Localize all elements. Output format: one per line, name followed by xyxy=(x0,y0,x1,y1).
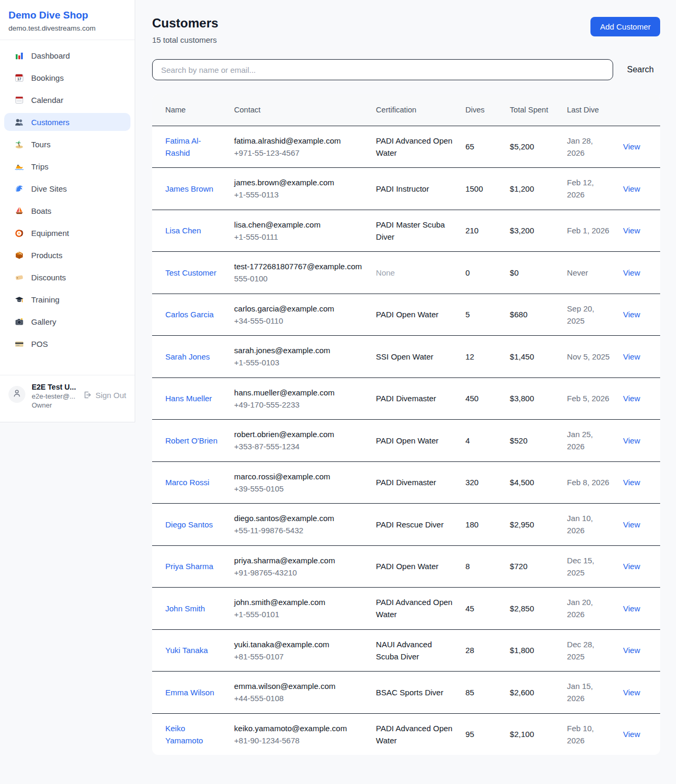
customer-name-link[interactable]: Test Customer xyxy=(165,268,217,277)
customer-name-link[interactable]: John Smith xyxy=(165,604,205,613)
customer-name-link[interactable]: Lisa Chen xyxy=(165,226,201,235)
view-link[interactable]: View xyxy=(623,604,640,613)
view-link[interactable]: View xyxy=(623,478,640,487)
sidebar-item-equipment[interactable]: Equipment xyxy=(4,224,130,242)
search-row: Search xyxy=(152,59,660,80)
user-info: E2E Test U... e2e-tester@... Owner xyxy=(32,383,76,409)
dives-cell: 1500 xyxy=(465,184,483,193)
sidebar-item-label: Equipment xyxy=(31,229,69,238)
dives-cell: 12 xyxy=(465,352,474,361)
customer-name-link[interactable]: James Brown xyxy=(165,184,213,193)
customer-name-link[interactable]: Sarah Jones xyxy=(165,352,210,361)
sidebar-item-gallery[interactable]: Gallery xyxy=(4,313,130,330)
customer-email: emma.wilson@example.com xyxy=(234,680,365,692)
customer-name-link[interactable]: Emma Wilson xyxy=(165,688,214,697)
sidebar-item-training[interactable]: Training xyxy=(4,290,130,308)
view-link[interactable]: View xyxy=(623,184,640,193)
customer-name-link[interactable]: Yuki Tanaka xyxy=(165,646,208,655)
view-link[interactable]: View xyxy=(623,646,640,655)
view-link[interactable]: View xyxy=(623,520,640,529)
sidebar-item-trips[interactable]: Trips xyxy=(4,157,130,175)
customer-phone: +81-90-1234-5678 xyxy=(234,734,365,747)
graduation-cap-icon xyxy=(14,294,24,305)
sidebar-item-pos[interactable]: POS xyxy=(4,335,130,353)
sidebar-item-label: Discounts xyxy=(31,273,66,282)
certification-cell: PADI Rescue Diver xyxy=(376,520,444,529)
avatar xyxy=(8,386,25,403)
sidebar-item-boats[interactable]: Boats xyxy=(4,202,130,220)
column-header-last-dive: Last Dive xyxy=(562,94,618,126)
customer-phone: +55-11-99876-5432 xyxy=(234,524,365,536)
view-link[interactable]: View xyxy=(623,226,640,235)
total-spent-cell: $4,500 xyxy=(510,478,534,487)
view-link[interactable]: View xyxy=(623,352,640,361)
sidebar-item-products[interactable]: Products xyxy=(4,246,130,264)
add-customer-button[interactable]: Add Customer xyxy=(590,17,660,36)
bar-chart-icon xyxy=(14,50,24,61)
shop-domain: demo.test.divestreams.com xyxy=(8,24,126,32)
sidebar-item-label: POS xyxy=(31,339,48,348)
view-link[interactable]: View xyxy=(623,310,640,319)
user-name: E2E Test U... xyxy=(32,383,76,391)
total-spent-cell: $2,100 xyxy=(510,730,534,739)
view-link[interactable]: View xyxy=(623,394,640,403)
sign-out-button[interactable]: Sign Out xyxy=(82,390,126,400)
sidebar-item-bookings[interactable]: 17 Bookings xyxy=(4,69,130,87)
last-dive-cell: Never xyxy=(567,268,588,277)
search-input[interactable] xyxy=(152,59,613,80)
sidebar-item-dashboard[interactable]: Dashboard xyxy=(4,46,130,64)
view-link[interactable]: View xyxy=(623,562,640,571)
view-link[interactable]: View xyxy=(623,142,640,151)
total-spent-cell: $3,200 xyxy=(510,226,534,235)
shop-header: Demo Dive Shop demo.test.divestreams.com xyxy=(0,0,135,40)
total-spent-cell: $720 xyxy=(510,562,527,571)
sidebar-item-label: Bookings xyxy=(31,73,64,82)
sidebar-item-label: Gallery xyxy=(31,317,57,326)
customer-name-link[interactable]: Keiko Yamamoto xyxy=(165,724,203,745)
last-dive-cell: Feb 10, 2026 xyxy=(567,724,594,745)
sign-out-label: Sign Out xyxy=(96,391,126,400)
table-row: Diego Santos diego.santos@example.com +5… xyxy=(152,504,660,546)
certification-cell: PADI Open Water xyxy=(376,436,438,445)
customer-name-link[interactable]: Diego Santos xyxy=(165,520,213,529)
certification-cell: PADI Master Scuba Diver xyxy=(376,220,445,241)
sidebar-item-calendar[interactable]: Calendar xyxy=(4,91,130,109)
dives-cell: 450 xyxy=(465,394,478,403)
view-link[interactable]: View xyxy=(623,268,640,277)
sidebar-item-customers[interactable]: Customers xyxy=(4,113,130,131)
customers-table: Name Contact Certification Dives Total S… xyxy=(152,94,660,755)
certification-cell: PADI Instructor xyxy=(376,184,429,193)
last-dive-cell: Feb 1, 2026 xyxy=(567,226,609,235)
customer-name-link[interactable]: Priya Sharma xyxy=(165,562,213,571)
view-link[interactable]: View xyxy=(623,688,640,697)
table-row: Lisa Chen lisa.chen@example.com +1-555-0… xyxy=(152,210,660,252)
search-button[interactable]: Search xyxy=(621,61,660,79)
dives-cell: 8 xyxy=(465,562,470,571)
last-dive-cell: Feb 5, 2026 xyxy=(567,394,609,403)
main-content: Customers 15 total customers Add Custome… xyxy=(135,0,676,768)
sidebar-item-tours[interactable]: Tours xyxy=(4,135,130,153)
customer-name-link[interactable]: Robert O'Brien xyxy=(165,436,218,445)
total-spent-cell: $2,950 xyxy=(510,520,534,529)
view-link[interactable]: View xyxy=(623,436,640,445)
customer-name-link[interactable]: Fatima Al-Rashid xyxy=(165,136,201,157)
sidebar-item-label: Products xyxy=(31,251,62,260)
column-header-total-spent: Total Spent xyxy=(504,94,561,126)
sidebar-item-dive-sites[interactable]: Dive Sites xyxy=(4,180,130,197)
sailboat-icon xyxy=(14,205,24,216)
total-spent-cell: $520 xyxy=(510,436,527,445)
customer-email: john.smith@example.com xyxy=(234,596,365,608)
customer-name-link[interactable]: Hans Mueller xyxy=(165,394,212,403)
customer-email: keiko.yamamoto@example.com xyxy=(234,722,365,734)
page-header: Customers 15 total customers Add Custome… xyxy=(152,16,660,44)
customer-name-link[interactable]: Marco Rossi xyxy=(165,478,209,487)
view-link[interactable]: View xyxy=(623,730,640,739)
customer-email: marco.rossi@example.com xyxy=(234,470,365,483)
sidebar-item-discounts[interactable]: Discounts xyxy=(4,268,130,286)
camera-icon xyxy=(14,316,24,327)
user-footer: E2E Test U... e2e-tester@... Owner Sign … xyxy=(0,375,135,422)
total-spent-cell: $1,200 xyxy=(510,184,534,193)
customer-name-link[interactable]: Carlos Garcia xyxy=(165,310,214,319)
table-row: Yuki Tanaka yuki.tanaka@example.com +81-… xyxy=(152,629,660,672)
table-row: Carlos Garcia carlos.garcia@example.com … xyxy=(152,294,660,336)
